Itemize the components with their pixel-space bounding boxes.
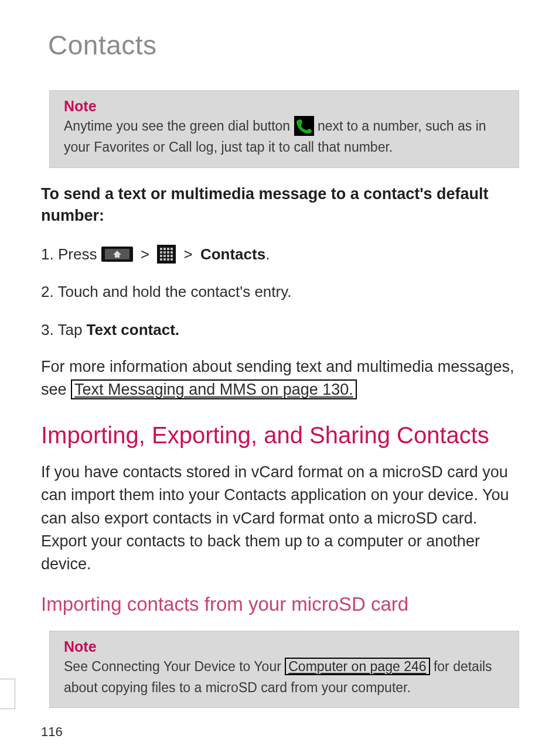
heading-importing-exporting: Importing, Exporting, and Sharing Contac… (41, 421, 519, 449)
step-1-contacts: Contacts (200, 245, 265, 263)
apps-grid-icon (157, 245, 176, 264)
svg-rect-1 (163, 248, 166, 250)
para-vcard: If you have contacts stored in vCard for… (41, 461, 519, 576)
step-1-num: 1. (41, 245, 54, 263)
step-1: 1. Press > > Contacts. (41, 242, 519, 266)
more-info-para: For more information about sending text … (41, 355, 519, 401)
svg-rect-13 (163, 258, 166, 261)
step-3: 3. Tap Text contact. (41, 318, 519, 341)
svg-rect-14 (167, 258, 169, 261)
svg-rect-6 (167, 251, 169, 254)
svg-rect-10 (167, 255, 169, 257)
svg-rect-9 (163, 255, 166, 257)
page-edge-tab (0, 679, 15, 709)
step-2: 2. Touch and hold the contact's entry. (41, 280, 519, 303)
step-1-sep1: > (141, 245, 154, 263)
svg-rect-5 (163, 251, 166, 254)
svg-rect-7 (171, 251, 173, 254)
svg-rect-4 (160, 251, 162, 254)
step-2-text: Touch and hold the contact's entry. (54, 283, 292, 300)
step-1-press: Press (58, 245, 101, 263)
note-box-1: Note Anytime you see the green dial butt… (49, 90, 519, 168)
link-computer-page[interactable]: Computer on page 246 (285, 658, 430, 675)
note2-pre: See Connecting Your Device to Your (64, 659, 285, 674)
step-3-num: 3. (41, 321, 54, 338)
step-3-bold: Text contact. (87, 321, 179, 338)
note1-text-before: Anytime you see the green dial button (64, 118, 294, 134)
svg-rect-11 (171, 255, 173, 257)
section-heading-send-message: To send a text or multimedia message to … (41, 183, 519, 228)
step-3-pre: Tap (54, 321, 87, 338)
note-label: Note (64, 98, 505, 115)
step-2-num: 2. (41, 283, 54, 300)
svg-rect-15 (171, 258, 173, 261)
note2-label: Note (64, 638, 505, 655)
link-text-messaging[interactable]: Text Messaging and MMS on page 130. (71, 379, 357, 399)
svg-rect-12 (160, 258, 162, 261)
step-1-dot: . (265, 245, 270, 263)
svg-rect-0 (160, 248, 162, 250)
heading-importing-microsd: Importing contacts from your microSD car… (41, 593, 519, 615)
step-1-sep2: > (184, 245, 197, 263)
svg-rect-3 (171, 248, 173, 250)
home-button-icon (101, 247, 133, 262)
svg-rect-2 (167, 248, 169, 250)
note-body-2: See Connecting Your Device to Your Compu… (64, 656, 505, 698)
page-title: Contacts (48, 29, 519, 61)
dial-icon (294, 116, 314, 136)
page-number: 116 (41, 724, 63, 740)
note-box-2: Note See Connecting Your Device to Your … (49, 631, 519, 708)
svg-rect-8 (160, 255, 162, 257)
page: Contacts Note Anytime you see the green … (0, 0, 559, 756)
note-body-1: Anytime you see the green dial button ne… (64, 116, 505, 158)
